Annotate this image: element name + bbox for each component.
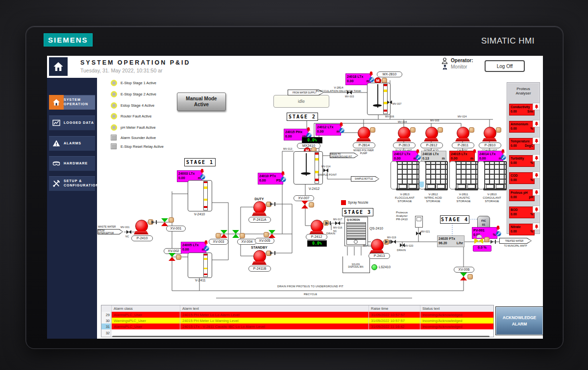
- p2412-pump[interactable]: [311, 220, 323, 232]
- maintenance-wrench-icon[interactable]: [200, 174, 205, 180]
- hand-mode-icon[interactable]: [176, 254, 181, 260]
- sidebar-item-hardware[interactable]: HARDWARE: [49, 156, 95, 171]
- row-number: 31: [101, 324, 111, 329]
- p2814-pump[interactable]: [358, 127, 370, 139]
- hand-mode-icon[interactable]: [496, 127, 501, 133]
- maintenance-wrench-icon[interactable]: [369, 77, 374, 82]
- hand-mode-icon[interactable]: [240, 233, 245, 238]
- hand-mode-icon[interactable]: [438, 127, 443, 133]
- square-indicator-label: Alarm Sounder Active: [121, 136, 156, 140]
- nitrate-box[interactable]: Nitrate 0.00%: [509, 224, 535, 235]
- v2411-tank[interactable]: [188, 253, 212, 278]
- p2411b-pump[interactable]: [253, 250, 266, 263]
- ft24020-box[interactable]: 24020 FTx 96.20L/hr: [437, 235, 465, 247]
- mv-014-valve[interactable]: [323, 168, 328, 172]
- alarm-row[interactable]: 29 AlarmsPLC_User 24015 PH Meter Lo Lo A…: [101, 312, 493, 318]
- p2410-pump[interactable]: [135, 220, 148, 232]
- lt24012-box[interactable]: 24012 LTx 0.00m: [316, 124, 341, 136]
- hand-mode-icon[interactable]: [469, 127, 474, 133]
- proteus-ph-box[interactable]: Proteus pH 0.00pH: [509, 189, 535, 201]
- qs2410-screen[interactable]: Q-SCREEN: [344, 217, 368, 246]
- alarm-text-cell: 24015 PH Meter Lo Warning Level: [180, 318, 368, 324]
- v2810-ibc[interactable]: [483, 161, 507, 190]
- screen-outlet: [354, 240, 358, 244]
- estop-stage4-lamp: [111, 102, 117, 109]
- v2813-ibc[interactable]: [396, 161, 419, 190]
- xv003-valve[interactable]: [220, 230, 227, 238]
- ammonium-box[interactable]: Ammonium 0.00%: [509, 121, 535, 133]
- mv-024-label: MV-024: [458, 115, 466, 118]
- fic-line2: 01: [482, 223, 486, 227]
- mv-021-valve[interactable]: [416, 231, 421, 235]
- sidebar-item-alarms[interactable]: ALARMS: [49, 136, 95, 151]
- lamp-label: E-Stop Stage 2 Active: [121, 92, 156, 96]
- v2812-ibc[interactable]: [424, 161, 448, 190]
- waste-water-label: WASTE WATER: [98, 225, 116, 228]
- pv001-control-valve[interactable]: [474, 238, 483, 244]
- mv-017-valve[interactable]: [335, 221, 340, 225]
- bod-box[interactable]: BOD 0.00%: [509, 207, 535, 218]
- maintenance-wrench-icon[interactable]: [416, 155, 421, 160]
- col-status-text: Status text: [420, 305, 492, 312]
- xv006-valve[interactable]: [460, 273, 467, 280]
- maintenance-wrench-icon[interactable]: [496, 231, 501, 236]
- hand-mode-icon[interactable]: [467, 274, 473, 279]
- maintenance-wrench-icon[interactable]: [339, 128, 344, 133]
- xv001-valve[interactable]: [161, 218, 168, 226]
- mv-001-valve[interactable]: [126, 230, 131, 234]
- p2413-pump[interactable]: [371, 239, 384, 252]
- mixer-blades: [373, 104, 382, 107]
- pt24010-box[interactable]: 24010 PTx 0.00PSI: [258, 173, 283, 185]
- home-icon[interactable]: [49, 57, 68, 76]
- check-valve: [325, 221, 331, 225]
- conductivity-box[interactable]: Conductivity 0.00S/m: [509, 104, 535, 116]
- hand-mode-icon[interactable]: [264, 232, 269, 237]
- stage3-label: STAGE 3: [342, 208, 373, 216]
- xv001-label: XV-001: [166, 226, 186, 231]
- p2411a-pump[interactable]: [253, 201, 266, 214]
- p2810-pump[interactable]: [484, 127, 496, 139]
- sidebar-item-system-operation[interactable]: SYSTEM OPERATION: [49, 95, 95, 110]
- p2813-pump[interactable]: [398, 127, 411, 139]
- alarm-bell-icon: [534, 173, 539, 178]
- v2814-level-strip: [383, 84, 388, 114]
- maintenance-wrench-icon[interactable]: [281, 177, 286, 182]
- lt24005-box[interactable]: 24005 LTx 0.00m: [181, 242, 206, 254]
- hand-mode-icon[interactable]: [370, 127, 375, 133]
- turbidity-box[interactable]: Turbidity 0.00%: [509, 155, 535, 167]
- hand-mode-icon[interactable]: [169, 217, 174, 223]
- maintenance-wrench-icon[interactable]: [204, 246, 209, 251]
- manual-mode-button[interactable]: Manual Mode Active: [177, 92, 226, 111]
- ack-line1: ACKNOWLEDGE: [503, 315, 536, 321]
- xv002-valve[interactable]: [169, 253, 175, 261]
- maintenance-wrench-icon[interactable]: [501, 155, 506, 160]
- acknowledge-alarm-button[interactable]: ACKNOWLEDGE ALARM: [495, 306, 543, 335]
- p2812-pump[interactable]: [425, 127, 438, 139]
- mv-007-valve[interactable]: [387, 100, 392, 104]
- hand-mode-icon[interactable]: [410, 127, 416, 133]
- table-horizontal-scrollbar[interactable]: [112, 336, 490, 337]
- log-off-button[interactable]: Log Off: [485, 60, 525, 72]
- v2411-level-strip: [203, 254, 208, 277]
- mv-019-valve[interactable]: [391, 240, 396, 244]
- xv005-valve[interactable]: [269, 230, 275, 238]
- sidebar-item-setup-configuration[interactable]: SETUP & CONFIGURATION: [49, 176, 95, 191]
- xv007-valve[interactable]: [301, 201, 308, 208]
- sidebar-item-logged-data[interactable]: LOGGED DATA: [49, 116, 95, 130]
- p2811-pump[interactable]: [457, 127, 469, 139]
- v2811-ibc[interactable]: [455, 161, 478, 190]
- hand-mode-icon[interactable]: [216, 233, 221, 238]
- cod-box[interactable]: COD 0.00%: [509, 172, 535, 184]
- xv004-valve[interactable]: [232, 230, 239, 238]
- temperature-box[interactable]: Temperature 0.00DegC: [509, 138, 535, 150]
- hand-mode-icon[interactable]: [484, 237, 490, 242]
- check-valve: [151, 220, 157, 224]
- router-fault-lamp: [111, 113, 117, 119]
- col-alarm-class: Alarm class: [111, 305, 180, 312]
- hand-mode-icon[interactable]: [309, 202, 314, 208]
- manual-mode-line1: Manual Mode: [186, 96, 217, 102]
- stage1-label: STAGE 1: [184, 158, 216, 166]
- alarm-row[interactable]: 30 WarningsPLC_User 24015 PH Meter Lo Wa…: [101, 318, 493, 324]
- alarm-row-selected[interactable]: 31 AlarmsPLC_User 24015 LTx - V-2811 Cau…: [101, 324, 493, 329]
- v2410-tank[interactable]: [188, 180, 212, 211]
